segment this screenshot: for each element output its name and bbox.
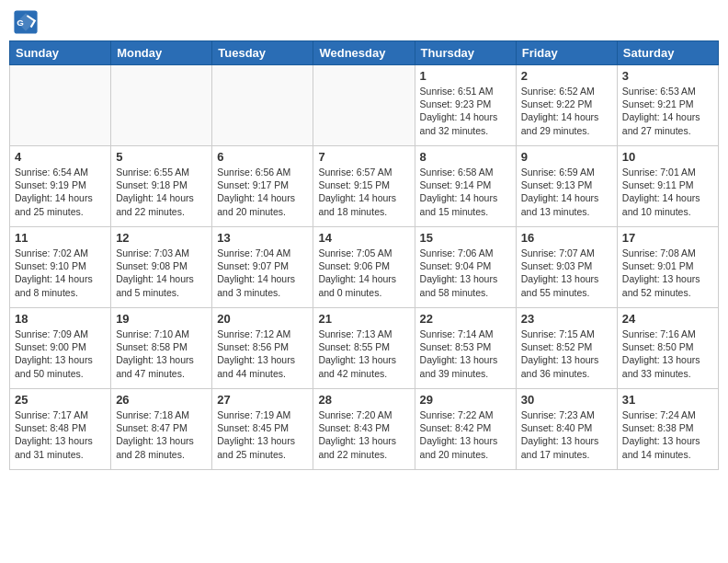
weekday-header-cell: Thursday <box>415 41 516 65</box>
calendar-cell: 17Sunrise: 7:08 AM Sunset: 9:01 PM Dayli… <box>617 227 718 308</box>
cell-info: Sunrise: 7:09 AM Sunset: 9:00 PM Dayligh… <box>15 327 106 380</box>
calendar-cell: 12Sunrise: 7:03 AM Sunset: 9:08 PM Dayli… <box>111 227 212 308</box>
cell-info: Sunrise: 7:23 AM Sunset: 8:40 PM Dayligh… <box>521 408 612 461</box>
week-row: 4Sunrise: 6:54 AM Sunset: 9:19 PM Daylig… <box>10 146 719 227</box>
cell-info: Sunrise: 6:51 AM Sunset: 9:23 PM Dayligh… <box>420 85 511 137</box>
cell-date: 21 <box>318 312 409 326</box>
calendar-cell: 24Sunrise: 7:16 AM Sunset: 8:50 PM Dayli… <box>617 308 718 389</box>
calendar-cell: 16Sunrise: 7:07 AM Sunset: 9:03 PM Dayli… <box>516 227 617 308</box>
cell-date: 5 <box>116 150 207 164</box>
calendar-cell: 22Sunrise: 7:14 AM Sunset: 8:53 PM Dayli… <box>415 308 516 389</box>
cell-info: Sunrise: 7:16 AM Sunset: 8:50 PM Dayligh… <box>622 327 713 380</box>
weekday-header-cell: Wednesday <box>313 41 415 65</box>
cell-date: 14 <box>318 231 409 245</box>
calendar-cell: 8Sunrise: 6:58 AM Sunset: 9:14 PM Daylig… <box>415 146 516 227</box>
calendar-cell <box>111 65 212 146</box>
cell-info: Sunrise: 6:57 AM Sunset: 9:15 PM Dayligh… <box>318 166 409 218</box>
cell-date: 15 <box>420 231 511 245</box>
cell-info: Sunrise: 6:58 AM Sunset: 9:14 PM Dayligh… <box>420 166 511 218</box>
cell-info: Sunrise: 7:05 AM Sunset: 9:06 PM Dayligh… <box>318 247 409 299</box>
calendar-cell: 4Sunrise: 6:54 AM Sunset: 9:19 PM Daylig… <box>10 146 111 227</box>
weekday-header-cell: Monday <box>111 41 212 65</box>
cell-date: 1 <box>420 69 511 83</box>
calendar-cell: 13Sunrise: 7:04 AM Sunset: 9:07 PM Dayli… <box>212 227 313 308</box>
cell-info: Sunrise: 7:19 AM Sunset: 8:45 PM Dayligh… <box>217 408 308 461</box>
cell-date: 7 <box>318 150 409 164</box>
cell-info: Sunrise: 7:18 AM Sunset: 8:47 PM Dayligh… <box>116 408 207 461</box>
calendar-cell: 27Sunrise: 7:19 AM Sunset: 8:45 PM Dayli… <box>212 389 313 470</box>
week-row: 18Sunrise: 7:09 AM Sunset: 9:00 PM Dayli… <box>10 308 719 389</box>
cell-info: Sunrise: 7:15 AM Sunset: 8:52 PM Dayligh… <box>521 327 612 380</box>
cell-date: 2 <box>521 69 612 83</box>
calendar-cell: 23Sunrise: 7:15 AM Sunset: 8:52 PM Dayli… <box>516 308 617 389</box>
cell-info: Sunrise: 6:53 AM Sunset: 9:21 PM Dayligh… <box>622 85 713 137</box>
calendar-cell: 26Sunrise: 7:18 AM Sunset: 8:47 PM Dayli… <box>111 389 212 470</box>
cell-date: 25 <box>15 393 106 407</box>
calendar-cell: 10Sunrise: 7:01 AM Sunset: 9:11 PM Dayli… <box>617 146 718 227</box>
calendar-cell: 30Sunrise: 7:23 AM Sunset: 8:40 PM Dayli… <box>516 389 617 470</box>
cell-date: 11 <box>15 231 106 245</box>
cell-info: Sunrise: 7:08 AM Sunset: 9:01 PM Dayligh… <box>622 247 713 299</box>
cell-date: 16 <box>521 231 612 245</box>
cell-info: Sunrise: 7:12 AM Sunset: 8:56 PM Dayligh… <box>217 327 308 380</box>
calendar-cell: 20Sunrise: 7:12 AM Sunset: 8:56 PM Dayli… <box>212 308 313 389</box>
cell-date: 6 <box>217 150 308 164</box>
calendar-cell <box>313 65 415 146</box>
cell-date: 19 <box>116 312 207 326</box>
calendar-body: 1Sunrise: 6:51 AM Sunset: 9:23 PM Daylig… <box>10 65 719 470</box>
logo-icon: G <box>13 9 39 35</box>
calendar-cell: 29Sunrise: 7:22 AM Sunset: 8:42 PM Dayli… <box>415 389 516 470</box>
calendar-cell: 2Sunrise: 6:52 AM Sunset: 9:22 PM Daylig… <box>516 65 617 146</box>
cell-date: 24 <box>622 312 713 326</box>
cell-info: Sunrise: 6:54 AM Sunset: 9:19 PM Dayligh… <box>15 166 106 218</box>
cell-date: 8 <box>420 150 511 164</box>
cell-info: Sunrise: 7:13 AM Sunset: 8:55 PM Dayligh… <box>318 327 409 380</box>
cell-info: Sunrise: 6:59 AM Sunset: 9:13 PM Dayligh… <box>521 166 612 218</box>
calendar-cell: 3Sunrise: 6:53 AM Sunset: 9:21 PM Daylig… <box>617 65 718 146</box>
cell-info: Sunrise: 7:01 AM Sunset: 9:11 PM Dayligh… <box>622 166 713 218</box>
calendar-cell: 15Sunrise: 7:06 AM Sunset: 9:04 PM Dayli… <box>415 227 516 308</box>
cell-info: Sunrise: 7:03 AM Sunset: 9:08 PM Dayligh… <box>116 247 207 299</box>
calendar-cell: 25Sunrise: 7:17 AM Sunset: 8:48 PM Dayli… <box>10 389 111 470</box>
calendar-cell <box>212 65 313 146</box>
cell-date: 18 <box>15 312 106 326</box>
cell-date: 12 <box>116 231 207 245</box>
cell-info: Sunrise: 7:04 AM Sunset: 9:07 PM Dayligh… <box>217 247 308 299</box>
cell-date: 29 <box>420 393 511 407</box>
cell-date: 26 <box>116 393 207 407</box>
calendar-cell: 28Sunrise: 7:20 AM Sunset: 8:43 PM Dayli… <box>313 389 415 470</box>
calendar-table: SundayMondayTuesdayWednesdayThursdayFrid… <box>9 40 719 470</box>
logo: G <box>13 9 40 35</box>
cell-info: Sunrise: 7:06 AM Sunset: 9:04 PM Dayligh… <box>420 247 511 299</box>
cell-info: Sunrise: 7:10 AM Sunset: 8:58 PM Dayligh… <box>116 327 207 380</box>
calendar-cell: 21Sunrise: 7:13 AM Sunset: 8:55 PM Dayli… <box>313 308 415 389</box>
cell-date: 13 <box>217 231 308 245</box>
cell-info: Sunrise: 6:55 AM Sunset: 9:18 PM Dayligh… <box>116 166 207 218</box>
cell-info: Sunrise: 7:24 AM Sunset: 8:38 PM Dayligh… <box>622 408 713 461</box>
cell-date: 9 <box>521 150 612 164</box>
cell-info: Sunrise: 7:22 AM Sunset: 8:42 PM Dayligh… <box>420 408 511 461</box>
calendar-cell: 19Sunrise: 7:10 AM Sunset: 8:58 PM Dayli… <box>111 308 212 389</box>
weekday-header-cell: Friday <box>516 41 617 65</box>
cell-info: Sunrise: 7:02 AM Sunset: 9:10 PM Dayligh… <box>15 247 106 299</box>
svg-text:G: G <box>17 17 24 28</box>
cell-info: Sunrise: 6:52 AM Sunset: 9:22 PM Dayligh… <box>521 85 612 137</box>
cell-info: Sunrise: 7:20 AM Sunset: 8:43 PM Dayligh… <box>318 408 409 461</box>
cell-info: Sunrise: 7:14 AM Sunset: 8:53 PM Dayligh… <box>420 327 511 380</box>
page-header: G <box>9 9 719 35</box>
calendar-cell: 11Sunrise: 7:02 AM Sunset: 9:10 PM Dayli… <box>10 227 111 308</box>
weekday-header-cell: Saturday <box>617 41 718 65</box>
calendar-cell: 31Sunrise: 7:24 AM Sunset: 8:38 PM Dayli… <box>617 389 718 470</box>
calendar-cell: 9Sunrise: 6:59 AM Sunset: 9:13 PM Daylig… <box>516 146 617 227</box>
cell-date: 4 <box>15 150 106 164</box>
cell-date: 23 <box>521 312 612 326</box>
cell-date: 3 <box>622 69 713 83</box>
week-row: 25Sunrise: 7:17 AM Sunset: 8:48 PM Dayli… <box>10 389 719 470</box>
cell-date: 20 <box>217 312 308 326</box>
cell-date: 22 <box>420 312 511 326</box>
cell-date: 10 <box>622 150 713 164</box>
calendar-cell: 14Sunrise: 7:05 AM Sunset: 9:06 PM Dayli… <box>313 227 415 308</box>
cell-info: Sunrise: 6:56 AM Sunset: 9:17 PM Dayligh… <box>217 166 308 218</box>
weekday-header-row: SundayMondayTuesdayWednesdayThursdayFrid… <box>10 41 719 65</box>
calendar-cell <box>10 65 111 146</box>
